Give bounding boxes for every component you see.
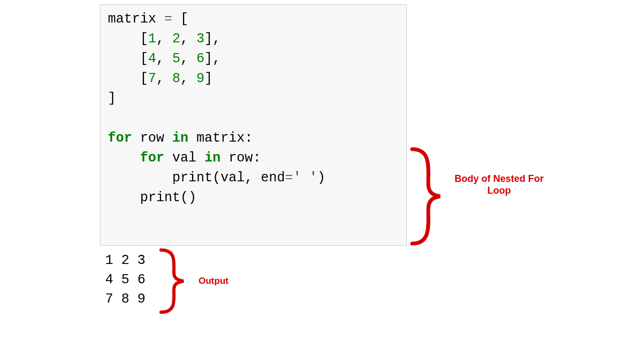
code-row2-close: ], bbox=[204, 51, 221, 67]
code-num: 9 bbox=[196, 71, 204, 86]
code-bracket-close: ] bbox=[108, 91, 116, 106]
code-indent bbox=[108, 51, 140, 67]
code-num: 5 bbox=[172, 51, 180, 67]
code-indent bbox=[108, 31, 140, 47]
code-num: 3 bbox=[196, 31, 204, 47]
code-fn-print: print bbox=[172, 170, 213, 186]
code-indent bbox=[108, 71, 140, 86]
code-op-eq: = bbox=[285, 170, 293, 186]
code-row2-open: [ bbox=[140, 51, 148, 67]
code-comma: , bbox=[156, 71, 172, 86]
code-num: 1 bbox=[148, 31, 156, 47]
code-fn-print2: print bbox=[140, 190, 180, 205]
output-line-3: 7 8 9 bbox=[105, 291, 145, 307]
code-op-assign: = bbox=[156, 11, 180, 27]
code-kw-in2: in bbox=[204, 150, 221, 166]
code-colon2: : bbox=[253, 150, 261, 166]
code-var-row2: row bbox=[229, 150, 253, 166]
code-row3-close: ] bbox=[204, 71, 213, 86]
code-indent bbox=[108, 190, 140, 205]
diagram-stage: matrix = [ [1, 2, 3], [4, 5, 6], [7, 8, … bbox=[0, 0, 644, 338]
code-bracket-open: [ bbox=[180, 11, 188, 27]
code-kw-for: for bbox=[108, 130, 132, 146]
brace-icon bbox=[156, 247, 193, 315]
code-var-val: val bbox=[172, 150, 196, 166]
annotation-loop-body: Body of Nested For Loop bbox=[451, 173, 547, 196]
code-indent bbox=[108, 150, 140, 166]
code-row3-open: [ bbox=[140, 71, 148, 86]
code-var-matrix: matrix bbox=[108, 11, 156, 27]
code-row1-close: ], bbox=[204, 31, 221, 47]
brace-icon bbox=[407, 146, 450, 247]
code-kw-end: end bbox=[261, 170, 285, 186]
annotation-output: Output bbox=[199, 276, 229, 286]
code-var-matrix2: matrix bbox=[196, 130, 245, 146]
code-num: 7 bbox=[148, 71, 156, 86]
code-block: matrix = [ [1, 2, 3], [4, 5, 6], [7, 8, … bbox=[100, 4, 407, 246]
code-num: 4 bbox=[148, 51, 156, 67]
code-num: 8 bbox=[172, 71, 180, 86]
code-comma: , bbox=[180, 31, 196, 47]
code-kw-for2: for bbox=[140, 150, 164, 166]
code-kw-in: in bbox=[172, 130, 188, 146]
code-comma: , bbox=[180, 71, 196, 86]
code-colon: : bbox=[245, 130, 253, 146]
output-line-1: 1 2 3 bbox=[105, 253, 145, 268]
code-indent bbox=[108, 170, 172, 186]
code-num: 2 bbox=[172, 31, 180, 47]
code-parens: () bbox=[180, 190, 196, 205]
code-paren-close: ) bbox=[317, 170, 325, 186]
code-row1-open: [ bbox=[140, 31, 148, 47]
code-comma: , bbox=[156, 31, 172, 47]
output-block: 1 2 3 4 5 6 7 8 9 bbox=[105, 251, 145, 309]
code-comma: , bbox=[180, 51, 196, 67]
code-comma: , bbox=[156, 51, 172, 67]
code-var-row: row bbox=[140, 130, 164, 146]
output-line-2: 4 5 6 bbox=[105, 272, 145, 288]
code-str-space: ' ' bbox=[293, 170, 317, 186]
code-num: 6 bbox=[196, 51, 204, 67]
code-arg-val: val bbox=[221, 170, 245, 186]
code-comma2: , bbox=[245, 170, 261, 186]
code-paren-open: ( bbox=[213, 170, 221, 186]
